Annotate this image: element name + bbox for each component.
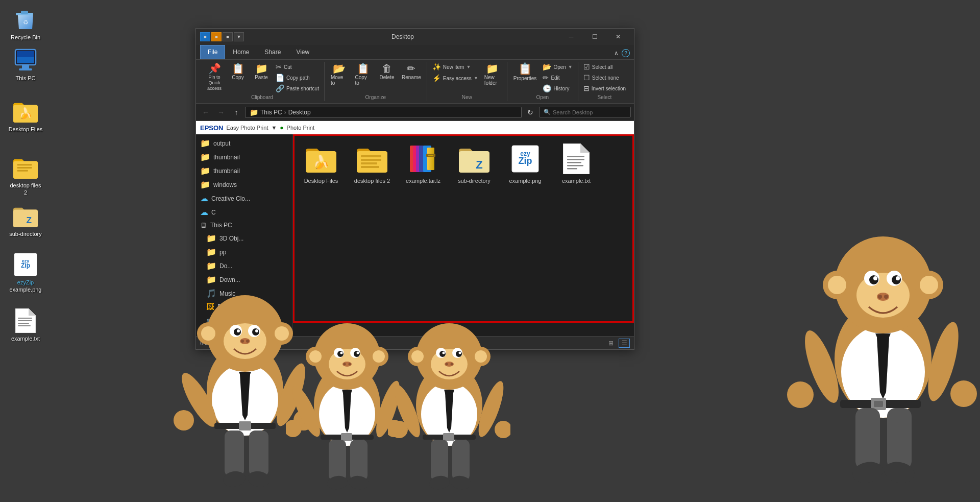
title-btn-blue[interactable]: ■	[200, 32, 210, 41]
pc-icon: 🖥	[200, 221, 207, 229]
svg-point-142	[456, 351, 462, 357]
desktop-icon-example-txt[interactable]: example.txt	[5, 306, 46, 344]
new-item-button[interactable]: ✨ New item ▼	[430, 62, 480, 72]
open-group-label: Open	[510, 93, 575, 101]
maximize-button[interactable]: ☐	[583, 29, 606, 45]
details-view-button[interactable]: ☰	[619, 339, 630, 348]
svg-rect-6	[22, 65, 29, 68]
invert-selection-button[interactable]: ⊟ Invert selection	[581, 83, 628, 93]
example-txt-label: example.txt	[11, 335, 40, 342]
sidebar-item-windows[interactable]: 📁 windows	[196, 178, 292, 192]
file-item-desktop-files-2[interactable]: desktop files 2	[349, 139, 395, 187]
svg-marker-157	[444, 390, 454, 395]
tab-share[interactable]: Share	[257, 45, 288, 59]
sidebar-item-output[interactable]: 📁 output	[196, 136, 292, 150]
path-this-pc[interactable]: This PC	[260, 109, 282, 116]
easy-access-button[interactable]: ⚡ Easy access ▼	[430, 73, 480, 83]
svg-point-146	[446, 363, 448, 366]
sidebar-label: C	[211, 209, 216, 216]
folder-cream-icon: Z	[458, 142, 491, 175]
edit-button[interactable]: ✏ Edit	[541, 73, 574, 83]
file-label: Desktop Files	[304, 177, 338, 184]
ribbon-group-organize: 📂 Move to 📋 Copy to 🗑 Delete ✏ Rename Or…	[325, 62, 427, 101]
title-btn-dark1[interactable]: ■	[223, 32, 233, 41]
properties-button[interactable]: 📋 Properties	[510, 62, 540, 83]
address-path[interactable]: 📁 This PC › Desktop	[245, 107, 522, 118]
svg-point-84	[340, 352, 343, 354]
sidebar-label: Creative Clo...	[211, 195, 250, 202]
svg-point-141	[439, 351, 446, 357]
forward-button[interactable]: →	[214, 106, 228, 119]
file-item-ezyzip[interactable]: ezy Zip example.png	[502, 139, 548, 187]
path-desktop[interactable]: Desktop	[288, 109, 311, 116]
up-button[interactable]: ↑	[230, 106, 243, 119]
copy-path-button[interactable]: 📄 Copy path	[274, 73, 321, 83]
file-item-desktop-files[interactable]: 🍌 Desktop Files	[298, 139, 344, 187]
folder-striped-icon	[356, 142, 388, 175]
epson-dropdown-icon[interactable]: ▼	[271, 125, 277, 131]
sidebar-item-c[interactable]: ☁ C	[196, 205, 292, 219]
epson-app-name: Easy Photo Print	[227, 125, 268, 131]
copy-to-button[interactable]: 📋 Copy to	[352, 62, 375, 87]
recycle-bin-icon: ♻	[13, 7, 38, 32]
paste-shortcut-button[interactable]: 🔗 Paste shortcut	[274, 83, 321, 93]
svg-point-154	[388, 420, 403, 437]
file-label: example.png	[509, 177, 542, 184]
paste-button[interactable]: 📁 Paste	[250, 62, 273, 82]
copy-button[interactable]: 📋 Copy	[227, 62, 249, 82]
file-item-txt[interactable]: example.txt	[553, 139, 599, 187]
file-item-sub-directory[interactable]: Z sub-directory	[451, 139, 497, 187]
history-button[interactable]: 🕒 History	[541, 83, 574, 93]
paste-shortcut-icon: 🔗	[276, 84, 284, 92]
delete-button[interactable]: 🗑 Delete	[376, 62, 398, 82]
title-btn-dark2[interactable]: ▼	[234, 32, 244, 41]
search-box[interactable]: 🔍	[539, 107, 631, 117]
sidebar-item-this-pc[interactable]: 🖥 This PC	[196, 219, 292, 231]
sidebar-item-3dobj[interactable]: 📁 3D Obj...	[196, 231, 292, 245]
svg-rect-71	[239, 421, 251, 431]
cut-icon: ✂	[276, 63, 282, 71]
desktop-icon-ezyzip[interactable]: ezy Zip ezyZipexample.png	[5, 250, 46, 296]
svg-rect-21	[18, 325, 31, 326]
file-item-archive[interactable]: example.tar.lz	[400, 139, 446, 187]
new-folder-button[interactable]: 📁 New folder	[481, 62, 504, 87]
svg-text:Zip: Zip	[519, 156, 532, 166]
minimize-button[interactable]: ─	[559, 29, 583, 45]
sidebar-label: This PC	[210, 222, 232, 229]
desktop-icon-desktop-files[interactable]: 🍌 Desktop Files	[5, 97, 46, 135]
select-none-button[interactable]: ☐ Select none	[581, 73, 628, 83]
sidebar-item-thumbnail-1[interactable]: 📁 thumbnail	[196, 150, 292, 164]
refresh-button[interactable]: ↻	[524, 106, 537, 119]
cut-button[interactable]: ✂ Cut	[274, 62, 321, 72]
desktop-icon-this-pc[interactable]: This PC	[5, 46, 46, 84]
svg-rect-45	[567, 165, 583, 166]
close-button[interactable]: ✕	[606, 29, 630, 45]
copy-icon: 📋	[232, 63, 244, 74]
svg-text:Z: Z	[476, 158, 482, 171]
desktop-icon-sub-directory[interactable]: Z sub-directory	[5, 202, 46, 240]
folder-icon: 📁	[200, 180, 210, 189]
desktop-icon-recycle-bin[interactable]: ♻ Recycle Bin	[5, 5, 46, 43]
recycle-bin-label: Recycle Bin	[11, 34, 40, 41]
tab-file[interactable]: File	[200, 45, 225, 59]
desktop-icon-desktop-files-2[interactable]: desktop files2	[5, 153, 46, 199]
tab-home[interactable]: Home	[225, 45, 257, 59]
search-input[interactable]	[553, 109, 626, 115]
copy-to-icon: 📋	[357, 63, 370, 74]
svg-rect-131	[855, 408, 880, 469]
help-icon[interactable]: ?	[622, 49, 630, 57]
ribbon-body: 📌 Pin to Quick access 📋 Copy 📁 Paste ✂ C…	[196, 60, 634, 104]
sidebar-item-creative-cloud[interactable]: ☁ Creative Clo...	[196, 192, 292, 205]
ribbon-expand-icon[interactable]: ∧	[614, 50, 619, 57]
large-icons-view-button[interactable]: ⊞	[605, 339, 617, 348]
tab-view[interactable]: View	[288, 45, 317, 59]
select-all-button[interactable]: ☑ Select all	[581, 62, 628, 72]
rename-button[interactable]: ✏ Rename	[399, 62, 424, 82]
pin-quick-access-button[interactable]: 📌 Pin to Quick access	[203, 62, 226, 92]
svg-rect-9	[17, 164, 32, 165]
open-button[interactable]: 📂 Open ▼	[541, 62, 574, 72]
back-button[interactable]: ←	[199, 106, 212, 119]
sidebar-item-thumbnail-2[interactable]: 📁 thumbnail	[196, 164, 292, 178]
title-btn-orange[interactable]: ■	[211, 32, 222, 41]
move-to-button[interactable]: 📂 Move to	[328, 62, 351, 87]
